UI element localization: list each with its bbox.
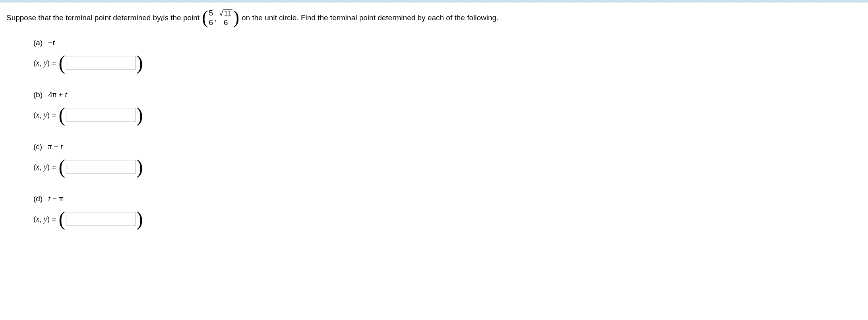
question-text: Suppose that the terminal point determin… <box>6 9 862 27</box>
part-expression: π − t <box>48 143 62 151</box>
open-paren-icon: ( <box>202 8 208 27</box>
close-paren-icon: ) <box>136 209 143 229</box>
point-y-num: √ 11 <box>218 9 233 18</box>
answer-row: (x, y) = () <box>33 209 862 229</box>
answer-row: (x, y) = () <box>33 53 862 73</box>
part-b: (b)4π + t(x, y) = () <box>33 90 862 125</box>
question-pre: Suppose that the terminal point determin… <box>6 13 161 23</box>
part-expression: 4π + t <box>48 91 67 99</box>
close-paren-icon: ) <box>136 157 143 177</box>
part-c: (c)π − t(x, y) = () <box>33 142 862 177</box>
parts-container: (a)−t(x, y) = ()(b)4π + t(x, y) = ()(c)π… <box>33 38 862 229</box>
answer-input[interactable] <box>66 160 136 174</box>
xy-equals-label: (x, y) = <box>33 162 56 172</box>
point-x-fraction: 5 6 <box>208 9 214 27</box>
part-expression: t − π <box>48 195 63 203</box>
xy-equals-label: (x, y) = <box>33 110 56 120</box>
part-label: (b)4π + t <box>33 90 862 99</box>
part-label: (a)−t <box>33 38 862 47</box>
part-a: (a)−t(x, y) = () <box>33 38 862 73</box>
answer-input[interactable] <box>66 108 136 122</box>
point-x-num: 5 <box>208 9 214 18</box>
answer-input[interactable] <box>66 56 136 70</box>
open-paren-icon: ( <box>58 157 65 177</box>
open-paren-icon: ( <box>58 53 65 73</box>
part-label: (c)π − t <box>33 142 862 151</box>
sqrt-icon: √ 11 <box>219 9 232 17</box>
answer-row: (x, y) = () <box>33 105 862 125</box>
part-label: (d)t − π <box>33 194 862 203</box>
given-point: ( 5 6 , √ 11 6 ) <box>202 9 239 27</box>
part-tag: (d) <box>33 195 43 203</box>
close-paren-icon: ) <box>233 8 239 27</box>
point-x-den: 6 <box>208 18 214 27</box>
part-d: (d)t − π(x, y) = () <box>33 194 862 229</box>
point-y-den: 6 <box>223 18 229 27</box>
content-area: Suppose that the terminal point determin… <box>0 2 868 258</box>
point-y-radicand: 11 <box>223 9 232 17</box>
point-comma: , <box>214 13 218 27</box>
part-tag: (a) <box>33 39 43 47</box>
question-mid: is the point <box>163 13 200 23</box>
xy-equals-label: (x, y) = <box>33 214 56 224</box>
close-paren-icon: ) <box>136 105 143 125</box>
point-y-fraction: √ 11 6 <box>218 9 233 27</box>
xy-equals-label: (x, y) = <box>33 58 56 67</box>
question-post: on the unit circle. Find the terminal po… <box>242 13 498 23</box>
radical-symbol: √ <box>219 10 223 17</box>
answer-input[interactable] <box>66 212 136 226</box>
part-tag: (c) <box>33 143 42 151</box>
open-paren-icon: ( <box>58 209 65 229</box>
answer-row: (x, y) = () <box>33 157 862 177</box>
open-paren-icon: ( <box>58 105 65 125</box>
close-paren-icon: ) <box>136 53 143 73</box>
part-tag: (b) <box>33 91 43 99</box>
part-expression: −t <box>48 39 55 47</box>
